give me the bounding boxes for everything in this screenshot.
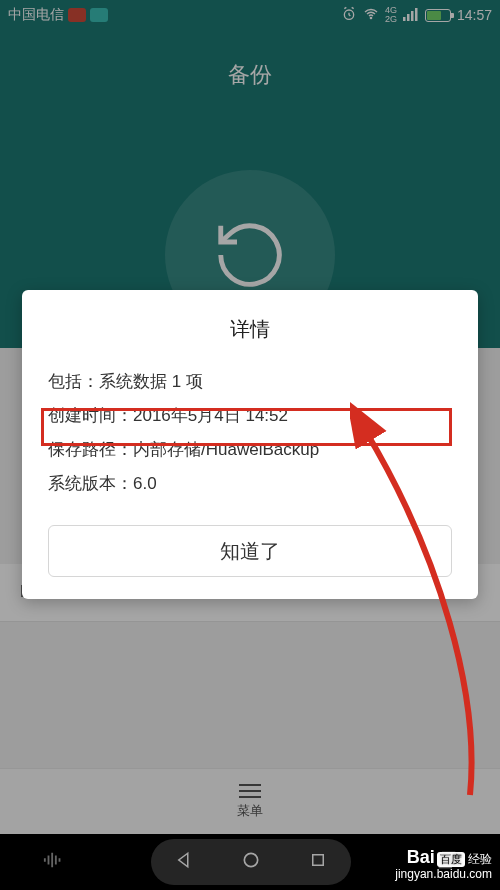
created-value: 2016年5月4日 14:52 — [133, 406, 288, 425]
row-created: 创建时间：2016年5月4日 14:52 — [48, 399, 452, 433]
dialog-title: 详情 — [48, 316, 452, 343]
ok-button[interactable]: 知道了 — [48, 525, 452, 577]
row-path: 保存路径：内部存储/HuaweiBackup — [48, 433, 452, 467]
row-includes: 包括：系统数据 1 项 — [48, 365, 452, 399]
watermark-brand: Bai — [407, 847, 435, 867]
created-label: 创建时间： — [48, 406, 133, 425]
watermark-badge: 百度 — [437, 852, 465, 867]
watermark-suffix: 经验 — [468, 852, 492, 866]
version-label: 系统版本： — [48, 474, 133, 493]
path-label: 保存路径： — [48, 440, 133, 459]
includes-label: 包括： — [48, 372, 99, 391]
watermark: Bai百度 经验 jingyan.baidu.com — [395, 850, 492, 882]
path-value: 内部存储/HuaweiBackup — [133, 440, 319, 459]
details-dialog: 详情 包括：系统数据 1 项 创建时间：2016年5月4日 14:52 保存路径… — [22, 290, 478, 599]
includes-value: 系统数据 1 项 — [99, 372, 203, 391]
watermark-url: jingyan.baidu.com — [395, 867, 492, 882]
screen-root: 中国电信 4G 2G 14:57 备份 — [0, 0, 500, 890]
ok-label: 知道了 — [220, 538, 280, 565]
version-value: 6.0 — [133, 474, 157, 493]
row-version: 系统版本：6.0 — [48, 467, 452, 501]
